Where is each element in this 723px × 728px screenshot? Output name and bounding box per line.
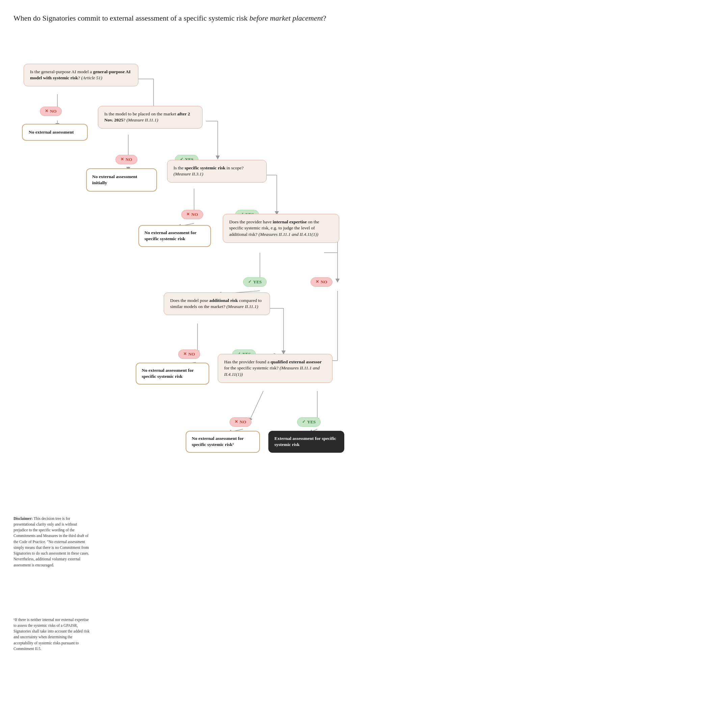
- badge-q4-yes: ✓ YES: [243, 277, 267, 287]
- badge-no-label: NO: [188, 352, 195, 357]
- x-icon: ✕: [183, 352, 187, 356]
- badge-q6-no: ✕ NO: [230, 417, 251, 427]
- page-title: When do Signatories commit to external a…: [14, 14, 348, 23]
- badge-q6-yes: ✓ YES: [297, 417, 321, 427]
- result-yes-external: External assessment for specific systemi…: [268, 431, 344, 453]
- badge-no-label: NO: [240, 419, 247, 425]
- badge-q3-no: ✕ NO: [181, 210, 203, 219]
- disclaimer: Disclaimer: This decision tree is for pr…: [14, 516, 91, 568]
- badge-q4-no: ✕ NO: [311, 277, 332, 287]
- q3-node: Is the specific systemic risk in scope? …: [167, 160, 267, 183]
- svg-line-29: [250, 391, 263, 420]
- badge-yes-label: YES: [253, 279, 262, 285]
- badge-q1-no: ✕ NO: [40, 107, 62, 116]
- badge-q2-no: ✕ NO: [115, 155, 137, 164]
- q1-node: Is the general-purpose AI model a genera…: [24, 64, 138, 87]
- footnote: ¹If there is neither internal nor extern…: [14, 617, 91, 652]
- x-icon: ✕: [186, 212, 190, 217]
- q5-node: Does the model pose additional risk comp…: [164, 292, 270, 315]
- result-no-specific-2: No external assessment for specific syst…: [136, 362, 209, 385]
- result-no-external: No external assessment: [22, 124, 88, 141]
- badge-no-label: NO: [321, 279, 328, 285]
- result-no-initially: No external assessment initially: [86, 168, 157, 192]
- flowchart: Is the general-purpose AI model a genera…: [14, 37, 351, 711]
- badge-no-label: NO: [191, 212, 198, 217]
- check-icon: ✓: [302, 419, 305, 424]
- badge-yes-label: YES: [307, 419, 316, 425]
- x-icon: ✕: [234, 419, 238, 424]
- badge-no-label: NO: [126, 157, 132, 162]
- x-icon: ✕: [121, 157, 124, 162]
- check-icon: ✓: [248, 279, 251, 284]
- x-icon: ✕: [45, 109, 48, 114]
- q4-node: Does the provider have internal expertis…: [223, 214, 339, 243]
- x-icon: ✕: [316, 279, 319, 284]
- badge-q5-no: ✕ NO: [178, 350, 200, 359]
- q2-node: Is the model to be placed on the market …: [98, 106, 202, 129]
- result-no-specific-3: No external assessment for specific syst…: [185, 431, 260, 453]
- result-no-specific-1: No external assessment for specific syst…: [138, 225, 211, 247]
- badge-no-label: NO: [50, 109, 57, 114]
- q6-node: Has the provider found a qualified exter…: [218, 354, 332, 383]
